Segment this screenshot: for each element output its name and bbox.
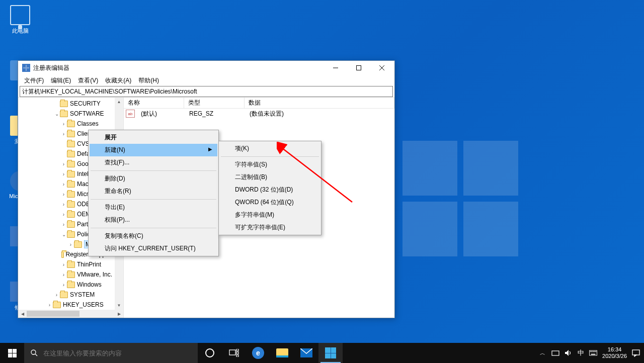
col-type[interactable]: 类型 xyxy=(184,98,245,108)
address-bar[interactable]: 计算机\HKEY_LOCAL_MACHINE\SOFTWARE\Policies… xyxy=(20,86,393,97)
svg-rect-1 xyxy=(357,66,361,70)
expand-icon[interactable]: › xyxy=(67,242,74,247)
menu-label: 展开 xyxy=(105,134,117,141)
tree-item[interactable]: ›Windows xyxy=(18,280,115,290)
menu-rename[interactable]: 重命名(R) xyxy=(90,185,217,198)
menu-delete[interactable]: 删除(D) xyxy=(90,172,217,185)
value-data: (数值未设置) xyxy=(246,109,288,119)
col-data[interactable]: 数据 xyxy=(245,98,394,108)
close-button[interactable] xyxy=(370,61,393,75)
tree-item[interactable]: ›SYSTEM xyxy=(18,290,115,300)
taskview-button[interactable] xyxy=(222,343,246,363)
start-button[interactable] xyxy=(0,343,24,363)
folder-icon xyxy=(67,271,75,278)
taskbar-edge[interactable]: e xyxy=(246,343,270,363)
taskbar-explorer[interactable] xyxy=(270,343,294,363)
tree-item[interactable]: ›VMware, Inc. xyxy=(18,269,115,280)
menu-new[interactable]: 新建(N)▶ xyxy=(90,144,217,156)
folder-icon xyxy=(67,161,75,167)
expand-icon[interactable]: › xyxy=(60,161,67,167)
folder-icon xyxy=(67,282,75,288)
expand-icon[interactable]: › xyxy=(60,222,67,227)
network-icon[interactable] xyxy=(551,349,559,357)
expand-icon[interactable]: ⌄ xyxy=(53,111,60,117)
menu-favorites[interactable]: 收藏夹(A) xyxy=(102,75,134,86)
regedit-icon xyxy=(22,64,30,72)
context-menu: 展开 新建(N)▶ 查找(F)... 删除(D) 重命名(R) 导出(E) 权限… xyxy=(88,130,219,256)
scroll-track[interactable] xyxy=(27,310,115,318)
titlebar[interactable]: 注册表编辑器 xyxy=(18,61,394,75)
menu-help[interactable]: 帮助(H) xyxy=(135,75,162,86)
tree-item[interactable]: SECURITY xyxy=(18,99,115,109)
tree-item[interactable]: ›ThinPrint xyxy=(18,259,115,269)
list-row[interactable]: ab (默认) REG_SZ (数值未设置) xyxy=(124,109,394,119)
menu-export[interactable]: 导出(E) xyxy=(90,201,217,214)
tray-chevron-icon[interactable]: ︿ xyxy=(538,349,546,357)
desktop-icon-thispc[interactable]: 此电脑 xyxy=(5,5,35,35)
svg-rect-21 xyxy=(596,351,597,352)
menu-permissions[interactable]: 权限(P)... xyxy=(90,214,217,226)
menu-gotohkcu[interactable]: 访问 HKEY_CURRENT_USER(T) xyxy=(90,242,217,255)
taskbar-regedit[interactable] xyxy=(318,343,343,363)
expand-icon[interactable]: › xyxy=(60,282,67,288)
taskbar-search[interactable] xyxy=(24,343,198,363)
taskbar-clock[interactable]: 16:34 2020/3/26 xyxy=(602,346,627,359)
expand-icon[interactable]: › xyxy=(53,292,60,298)
svg-rect-22 xyxy=(591,354,596,355)
col-name[interactable]: 名称 xyxy=(124,98,184,108)
menu-copykey[interactable]: 复制项名称(C) xyxy=(90,230,217,242)
expand-icon[interactable]: › xyxy=(60,202,67,207)
cortana-button[interactable] xyxy=(198,343,222,363)
menu-string[interactable]: 字符串值(S) xyxy=(220,158,320,171)
menu-find[interactable]: 查找(F)... xyxy=(90,156,217,169)
expand-icon[interactable]: › xyxy=(60,262,67,267)
menu-edit[interactable]: 编辑(E) xyxy=(48,75,74,86)
menu-binary[interactable]: 二进制值(B) xyxy=(220,171,320,184)
search-icon xyxy=(30,349,38,357)
string-value-icon: ab xyxy=(126,110,135,118)
tree-item[interactable]: ›HKEY_USERS xyxy=(18,300,115,310)
expand-icon[interactable]: › xyxy=(60,131,67,137)
menu-view[interactable]: 查看(V) xyxy=(75,75,101,86)
scroll-left-icon[interactable]: ◀ xyxy=(18,310,27,318)
svg-rect-17 xyxy=(590,351,591,352)
menu-file[interactable]: 文件(F) xyxy=(21,75,47,86)
scroll-up-icon[interactable]: ▲ xyxy=(115,98,123,106)
expand-icon[interactable]: › xyxy=(60,182,67,187)
expand-icon[interactable]: › xyxy=(60,192,67,197)
menu-dword[interactable]: DWORD (32 位)值(D) xyxy=(220,184,320,196)
taskview-icon xyxy=(229,349,239,357)
value-type: REG_SZ xyxy=(185,110,246,118)
folder-icon xyxy=(67,181,75,188)
edge-icon: e xyxy=(252,347,264,359)
scroll-thumb[interactable] xyxy=(27,311,79,317)
scroll-down-icon[interactable]: ▼ xyxy=(115,301,123,310)
svg-rect-23 xyxy=(632,350,639,355)
expand-icon[interactable]: › xyxy=(60,121,67,127)
expand-icon[interactable]: › xyxy=(46,302,53,308)
expand-icon[interactable]: › xyxy=(60,272,67,278)
taskbar-mail[interactable] xyxy=(294,343,318,363)
notifications-icon[interactable] xyxy=(632,349,640,357)
menu-qword[interactable]: QWORD (64 位)值(Q) xyxy=(220,196,320,209)
folder-icon xyxy=(67,141,75,147)
expand-icon[interactable]: › xyxy=(60,212,67,217)
menu-multistr[interactable]: 多字符串值(M) xyxy=(220,209,320,221)
tree-item[interactable]: ⌄SOFTWARE xyxy=(18,109,115,119)
menu-separator xyxy=(91,228,216,228)
menu-expand[interactable]: 展开 xyxy=(90,131,217,144)
svg-rect-11 xyxy=(236,355,238,357)
scroll-right-icon[interactable]: ▶ xyxy=(115,310,123,318)
hscrollbar[interactable]: ◀ ▶ xyxy=(18,310,123,318)
search-input[interactable] xyxy=(43,349,192,357)
menu-key[interactable]: 项(K) xyxy=(220,142,320,155)
keyboard-icon[interactable] xyxy=(589,349,597,357)
tree-item[interactable]: ›Classes xyxy=(18,119,115,129)
volume-icon[interactable] xyxy=(565,349,573,357)
expand-icon[interactable]: › xyxy=(60,171,67,177)
ime-indicator[interactable]: 中 xyxy=(578,348,584,357)
menu-expstr[interactable]: 可扩充字符串值(E) xyxy=(220,221,320,234)
expand-icon[interactable]: ⌄ xyxy=(60,232,67,237)
maximize-button[interactable] xyxy=(347,61,370,75)
minimize-button[interactable] xyxy=(324,61,347,75)
